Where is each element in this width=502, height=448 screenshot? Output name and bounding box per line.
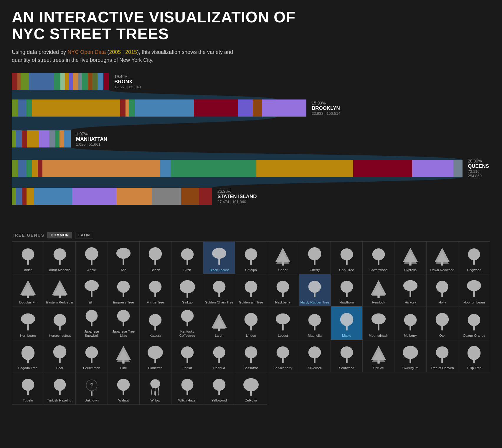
tree-cell[interactable]: Black Locust bbox=[203, 242, 235, 274]
svg-point-126 bbox=[340, 346, 353, 359]
year-2005-link[interactable]: 2005 bbox=[109, 49, 121, 55]
tree-cell[interactable]: Willow bbox=[140, 372, 171, 405]
tree-cell[interactable]: Poplar bbox=[171, 340, 203, 372]
borough-pct: 26.98% bbox=[217, 189, 257, 194]
tree-cell[interactable]: Hawthorn bbox=[331, 274, 363, 306]
tree-cell[interactable]: Walnut bbox=[108, 372, 140, 405]
svg-rect-22 bbox=[314, 260, 316, 265]
tree-icon bbox=[370, 280, 387, 299]
tree-cell[interactable]: Hardy Rubber Tree bbox=[299, 274, 331, 306]
tree-cell[interactable]: Yellowood bbox=[203, 372, 235, 405]
tree-cell[interactable]: Hickory bbox=[394, 274, 426, 306]
tree-cell[interactable]: Kentucky Coffeetree bbox=[171, 306, 203, 340]
tree-cell[interactable]: Turkish Hazelnut bbox=[44, 372, 76, 405]
tree-cell[interactable]: Redbud bbox=[203, 340, 235, 372]
genus-header: TREE GENUS COMMON LATIN bbox=[12, 232, 490, 238]
tree-cell[interactable]: Holly bbox=[427, 274, 458, 306]
tree-name: Pear bbox=[56, 366, 63, 370]
tree-cell[interactable]: Mulberry bbox=[394, 306, 426, 340]
tree-cell[interactable]: Ginkgo bbox=[171, 274, 203, 306]
tree-cell[interactable]: Japanese Tree Lilac bbox=[108, 306, 140, 340]
tree-cell[interactable]: Catalpa bbox=[235, 242, 267, 274]
tree-cell[interactable]: Osage-Orange bbox=[458, 306, 490, 340]
tree-cell[interactable]: Cherry bbox=[299, 242, 331, 274]
borough-row-queens[interactable]: 28.30% QUEENS 72,116 | 254,860 bbox=[12, 160, 490, 177]
tree-cell[interactable]: Horsechestnut bbox=[44, 306, 76, 340]
tree-cell[interactable]: Hophornbeam bbox=[458, 274, 490, 306]
tree-name: Hemlock bbox=[372, 301, 385, 305]
tree-cell[interactable]: Golden-Chain Tree bbox=[203, 274, 235, 306]
tree-cell[interactable]: Pear bbox=[44, 340, 76, 372]
borough-counts: 1,020 | 51,661 bbox=[76, 142, 107, 147]
tree-cell[interactable]: Linden bbox=[235, 306, 267, 340]
tree-cell[interactable]: Empress Tree bbox=[108, 274, 140, 306]
year-2015-link[interactable]: 2015 bbox=[125, 49, 137, 55]
tree-cell[interactable]: Katsura bbox=[140, 306, 171, 340]
svg-point-25 bbox=[372, 248, 385, 260]
tree-cell[interactable]: Birch bbox=[171, 242, 203, 274]
tree-cell[interactable]: Larch bbox=[203, 306, 235, 340]
tree-cell[interactable]: Cork Tree bbox=[331, 242, 363, 274]
tab-common[interactable]: COMMON bbox=[47, 232, 72, 238]
tree-cell[interactable]: Tree of Heaven bbox=[427, 340, 458, 372]
tree-cell[interactable]: Ash bbox=[108, 242, 140, 274]
tree-cell[interactable]: Tulip Tree bbox=[458, 340, 490, 372]
tree-icon bbox=[338, 313, 356, 332]
tab-latin[interactable]: LATIN bbox=[75, 232, 93, 238]
tree-cell[interactable]: Elm bbox=[76, 274, 108, 306]
borough-row-manhattan[interactable]: 1.97% MANHATTAN 1,020 | 51,661 bbox=[12, 130, 107, 147]
tree-cell[interactable]: Planetree bbox=[140, 340, 171, 372]
tree-cell[interactable]: Maple bbox=[331, 306, 363, 340]
tree-cell[interactable]: Cypress bbox=[394, 242, 426, 274]
borough-row-brooklyn[interactable]: 15.90% BROOKLYN 23,938 | 150,514 bbox=[12, 99, 340, 117]
tree-cell[interactable]: Locust bbox=[267, 306, 299, 340]
tree-cell[interactable]: Eastern Redcedar bbox=[44, 274, 76, 306]
tree-cell[interactable]: Pagoda Tree bbox=[12, 340, 44, 372]
tree-name: Locust bbox=[278, 334, 288, 338]
tree-cell[interactable]: Persimmon bbox=[76, 340, 108, 372]
tree-cell[interactable]: Amur Maackia bbox=[44, 242, 76, 274]
borough-row-bronx[interactable]: 19.46% BRONX 12,661 | 65,048 bbox=[12, 73, 141, 90]
tree-cell[interactable]: Hornbeam bbox=[12, 306, 44, 340]
tree-cell[interactable]: Tupelo bbox=[12, 372, 44, 405]
svg-rect-86 bbox=[218, 328, 220, 331]
tree-cell[interactable]: Cottonwood bbox=[363, 242, 394, 274]
tree-name: Hickory bbox=[405, 301, 416, 305]
tree-cell[interactable]: Sourwood bbox=[331, 340, 363, 372]
tree-cell[interactable]: Apple bbox=[76, 242, 108, 274]
nyc-open-data-link[interactable]: NYC Open Data bbox=[67, 49, 106, 55]
tree-cell[interactable]: Spruce bbox=[363, 340, 394, 372]
tree-cell[interactable]: Zelkova bbox=[235, 372, 267, 405]
tree-cell[interactable]: Magnolia bbox=[299, 306, 331, 340]
tree-cell[interactable]: Dawn Redwood bbox=[427, 242, 458, 274]
tree-cell[interactable]: Oak bbox=[427, 306, 458, 340]
tree-cell[interactable]: Alder bbox=[12, 242, 44, 274]
borough-row-staten_island[interactable]: 26.98% STATEN ISLAND 27,474 | 101,840 bbox=[12, 188, 257, 205]
svg-rect-106 bbox=[27, 359, 29, 364]
tree-cell[interactable]: Dogwood bbox=[458, 242, 490, 274]
tree-cell[interactable]: Hemlock bbox=[363, 274, 394, 306]
tree-cell[interactable]: Hackberry bbox=[267, 274, 299, 306]
tree-cell[interactable]: Douglas Fir bbox=[12, 274, 44, 306]
tree-icon bbox=[338, 280, 356, 299]
tree-cell[interactable]: Cedar bbox=[267, 242, 299, 274]
tree-cell[interactable]: Japanese Snowbell bbox=[76, 306, 108, 340]
tree-cell[interactable]: Fringe Tree bbox=[140, 274, 171, 306]
tree-cell[interactable]: Mountainash bbox=[363, 306, 394, 340]
svg-point-72 bbox=[23, 318, 33, 324]
tree-cell[interactable]: Sassafras bbox=[235, 340, 267, 372]
tree-cell[interactable]: Goldenrain Tree bbox=[235, 274, 267, 306]
tree-cell[interactable]: Serviceberry bbox=[267, 340, 299, 372]
tree-cell[interactable]: Sweetgum bbox=[394, 340, 426, 372]
tree-name: Fringe Tree bbox=[147, 301, 164, 305]
tree-name: Hophornbeam bbox=[463, 301, 485, 305]
svg-point-80 bbox=[149, 314, 162, 326]
tree-cell[interactable]: Pine bbox=[108, 340, 140, 372]
tree-cell[interactable]: Silverbell bbox=[299, 340, 331, 372]
tree-icon bbox=[146, 378, 164, 397]
tree-cell[interactable]: Beech bbox=[140, 242, 171, 274]
tree-cell[interactable]: ? Unknown bbox=[76, 372, 108, 405]
borough-counts: 12,661 | 65,048 bbox=[114, 85, 141, 89]
tree-cell[interactable]: Witch Hazel bbox=[171, 372, 203, 405]
tree-name: Willow bbox=[151, 399, 160, 403]
